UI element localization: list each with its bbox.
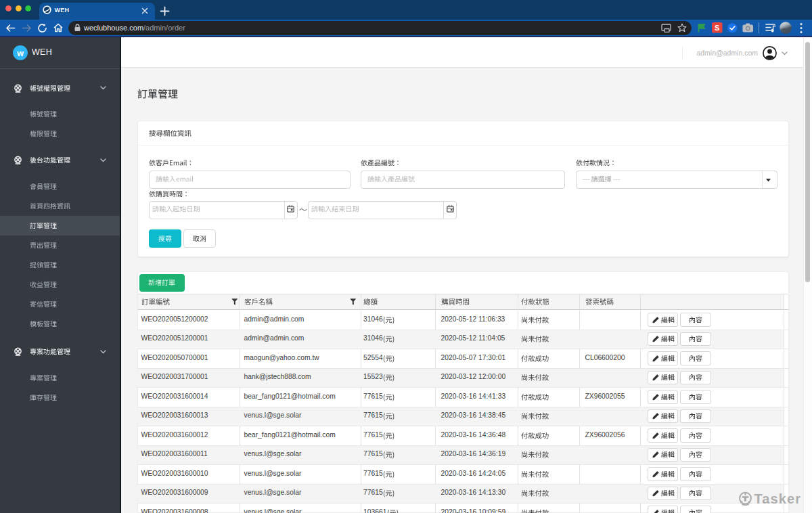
svg-text:w: w xyxy=(16,49,24,58)
svg-text:S: S xyxy=(715,24,719,32)
